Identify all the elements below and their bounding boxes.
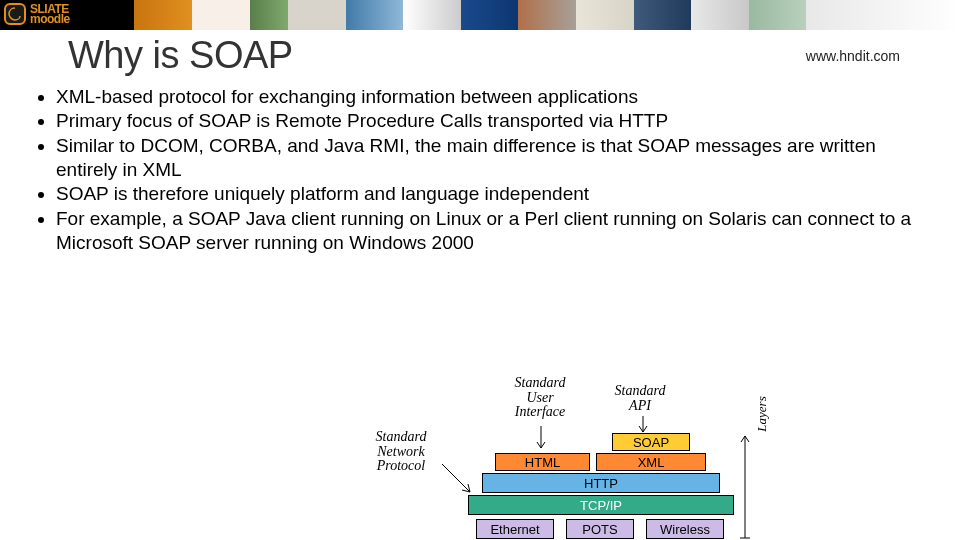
list-item: Primary focus of SOAP is Remote Procedur… xyxy=(56,109,920,133)
arrow-icon xyxy=(534,424,548,452)
logo-swirl-icon xyxy=(4,3,26,25)
label-std-api: Standard API xyxy=(600,384,680,413)
label-std-ui: Standard User Interface xyxy=(500,376,580,420)
brand-text: SLIATE moodle xyxy=(30,4,70,24)
list-item: Similar to DCOM, CORBA, and Java RMI, th… xyxy=(56,134,920,183)
label-std-net: Standard Network Protocol xyxy=(356,430,446,474)
brand-bottom: moodle xyxy=(30,12,70,26)
title-row: Why is SOAP www.hndit.com xyxy=(0,30,960,79)
box-tcp: TCP/IP xyxy=(468,495,734,515)
header-banner: SLIATE moodle xyxy=(0,0,960,30)
box-pots: POTS xyxy=(566,519,634,539)
bullet-list: XML-based protocol for exchanging inform… xyxy=(0,79,960,255)
page-title: Why is SOAP xyxy=(68,34,293,77)
box-soap: SOAP xyxy=(612,433,690,451)
box-http: HTTP xyxy=(482,473,720,493)
list-item: SOAP is therefore uniquely platform and … xyxy=(56,182,920,206)
arrow-icon xyxy=(440,462,476,498)
header-logo: SLIATE moodle xyxy=(4,1,70,27)
layer-diagram: Standard Network Protocol Standard User … xyxy=(378,370,768,540)
box-wireless: Wireless xyxy=(646,519,724,539)
label-layers: Layers xyxy=(754,396,770,431)
list-item: For example, a SOAP Java client running … xyxy=(56,207,920,256)
url-text: www.hndit.com xyxy=(806,48,900,64)
box-ethernet: Ethernet xyxy=(476,519,554,539)
list-item: XML-based protocol for exchanging inform… xyxy=(56,85,920,109)
box-xml: XML xyxy=(596,453,706,471)
layers-axis-icon xyxy=(738,430,752,540)
box-html: HTML xyxy=(495,453,590,471)
